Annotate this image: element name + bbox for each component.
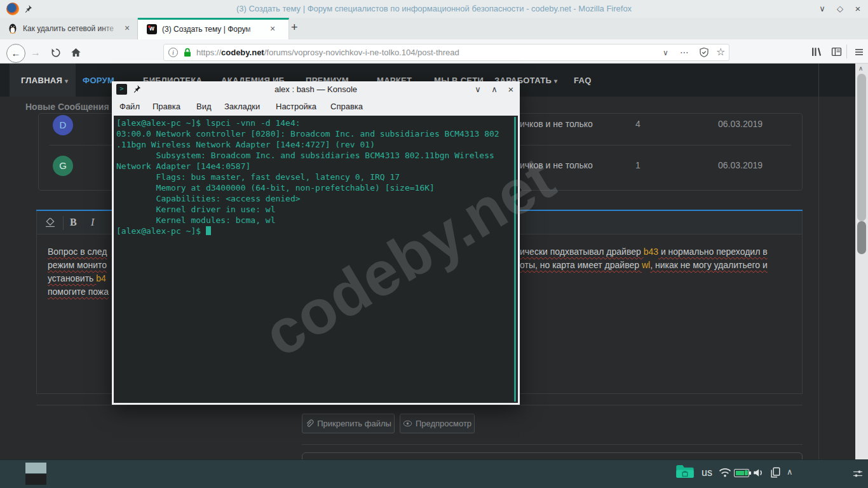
thread-title-fragment[interactable]: ичков и не только <box>520 160 593 170</box>
thread-date: 06.03.2019 <box>718 119 763 129</box>
terminal-line: Capabilities: <access denied> <box>114 193 518 204</box>
terminal-cursor <box>206 226 211 235</box>
italic-button[interactable]: I <box>91 217 94 228</box>
section-divider <box>36 405 803 405</box>
scrollbar-thumb-dark[interactable] <box>857 221 866 254</box>
url-domain: codeby.net <box>221 48 264 57</box>
terminal-line: [alex@alex-pc ~]$ lspci -vnn -d 14e4: <box>114 118 518 128</box>
pocket-shield-icon[interactable] <box>699 47 709 58</box>
tab-close-icon[interactable]: × <box>125 23 130 33</box>
window-title: (3) Создать тему | Форум специалистов по… <box>0 4 868 13</box>
terminal-output[interactable]: [alex@alex-pc ~]$ lspci -vnn -d 14e4: 03… <box>114 116 518 403</box>
avatar[interactable]: G <box>53 156 73 176</box>
post-text-line2-right: оты, но карта имеет драйвер wl, никак не… <box>520 260 768 270</box>
home-icon[interactable] <box>71 47 81 58</box>
new-tab-button[interactable]: + <box>291 21 298 34</box>
menu-bookmarks[interactable]: Закладки <box>224 102 260 111</box>
chevron-down-icon: ▾ <box>554 78 557 85</box>
attach-files-button[interactable]: Прикрепить файлы <box>302 414 395 433</box>
terminal-line: Network Adapter [14e4:0587] <box>114 161 518 172</box>
tab-create-topic[interactable]: w (3) Создать тему | Форум × <box>138 18 289 39</box>
post-text-line1-left: Вопрос в след <box>48 247 107 257</box>
close-button[interactable]: × <box>851 3 864 15</box>
section-divider <box>302 444 803 445</box>
paperclip-icon <box>305 419 314 428</box>
post-text-line3-left: установить b4 <box>48 273 106 283</box>
terminal-line: Kernel driver in use: wl <box>114 204 518 215</box>
sidebar-icon[interactable] <box>831 46 842 57</box>
konsole-titlebar[interactable]: > alex : bash — Konsole ∨ ∧ × <box>112 81 520 97</box>
toolbar-divider <box>846 44 847 58</box>
battery-icon[interactable] <box>734 469 749 477</box>
post-text-line2-left: режим монито <box>48 260 107 270</box>
bookmark-star-icon[interactable]: ☆ <box>716 46 725 58</box>
chevron-down-icon: ▾ <box>65 78 68 85</box>
penguin-favicon <box>8 24 17 34</box>
clipboard-icon[interactable] <box>770 466 781 478</box>
remove-format-icon[interactable] <box>44 218 56 227</box>
konsole-window[interactable]: > alex : bash — Konsole ∨ ∧ × Файл Правк… <box>112 81 520 405</box>
thread-title-fragment[interactable]: ичков и не только <box>520 119 593 129</box>
wifi-icon[interactable] <box>718 467 732 478</box>
scrollbar-up-arrow[interactable]: ∧ <box>858 65 863 72</box>
page-right-border <box>818 64 819 459</box>
terminal-prompt-line: [alex@alex-pc ~]$ <box>114 226 518 236</box>
terminal-line: Flags: bus master, fast devsel, latency … <box>114 172 518 182</box>
volume-icon[interactable] <box>752 467 764 478</box>
page-actions-icon[interactable]: ⋯ <box>680 47 689 57</box>
terminal-line: 03:00.0 Network controller [0280]: Broad… <box>114 128 518 139</box>
minimize-button[interactable]: ∨ <box>471 84 484 95</box>
library-icon[interactable] <box>811 46 822 57</box>
terminal-line: Subsystem: Broadcom Inc. and subsidiarie… <box>114 150 518 161</box>
bold-button[interactable]: B <box>70 217 77 228</box>
toolbar-separator <box>63 216 64 230</box>
workspace-pager-inactive[interactable] <box>25 474 46 485</box>
url-text[interactable]: https://codeby.net/forums/voprosy-novich… <box>196 48 459 57</box>
menu-view[interactable]: Вид <box>196 102 212 111</box>
terminal-line: .11bgn Wireless Network Adapter [14e4:47… <box>114 139 518 150</box>
avatar[interactable]: D <box>53 115 73 135</box>
preview-button[interactable]: Предпросмотр <box>400 414 475 433</box>
panel-settings-sliders-icon[interactable] <box>853 469 863 478</box>
tab-label-fade <box>245 24 262 36</box>
nav-forum[interactable]: ФОРУМ <box>83 76 114 85</box>
menu-help[interactable]: Справка <box>330 102 363 111</box>
terminal-scrollbar[interactable] <box>514 117 516 402</box>
firefox-titlebar[interactable]: (3) Создать тему | Форум специалистов по… <box>0 0 868 18</box>
post-text-line1-right: ически подхватывал драйвер b43 и нормаль… <box>520 247 768 257</box>
workspace-pager-active[interactable] <box>25 463 46 473</box>
reload-icon[interactable] <box>51 48 61 58</box>
close-button[interactable]: × <box>505 84 517 95</box>
eye-icon <box>403 420 412 427</box>
terminal-line: Memory at d3400000 (64-bit, non-prefetch… <box>114 182 518 193</box>
post-text-line4-left: помогите пожа <box>48 287 109 297</box>
thread-replies: 4 <box>635 119 641 129</box>
nav-faq[interactable]: FAQ <box>574 76 592 85</box>
menu-edit[interactable]: Правка <box>153 102 180 111</box>
thread-replies: 1 <box>635 160 641 170</box>
menu-settings[interactable]: Настройка <box>276 102 316 111</box>
page-info-icon[interactable]: i <box>168 48 178 57</box>
maximize-button[interactable]: ◇ <box>834 3 846 15</box>
forward-button[interactable]: → <box>31 47 41 58</box>
terminal-line: Kernel modules: bcma, wl <box>114 215 518 226</box>
hamburger-menu-icon[interactable] <box>854 47 864 57</box>
nav-glavnaya[interactable]: ГЛАВНАЯ ▾ <box>21 76 68 85</box>
tab-close-icon[interactable]: × <box>270 24 275 34</box>
tray-expand-chevron[interactable]: ∧ <box>787 467 793 477</box>
minimize-button[interactable]: ∨ <box>816 3 829 15</box>
urlbar-dropdown-icon[interactable]: ∨ <box>663 48 668 57</box>
screen: (3) Создать тему | Форум специалистов по… <box>0 0 868 488</box>
url-prefix: https:// <box>196 48 221 57</box>
taskbar: > us ∧ 09:46 <box>0 459 868 488</box>
keyboard-layout-indicator[interactable]: us <box>702 467 712 478</box>
tab-label-fade <box>102 22 121 36</box>
back-button[interactable]: ← <box>6 44 25 63</box>
new-messages-heading: Новые Сообщения <box>25 102 109 112</box>
menu-file[interactable]: Файл <box>119 102 140 111</box>
maximize-button[interactable]: ∧ <box>488 84 501 95</box>
scrollbar-thumb[interactable] <box>857 74 866 221</box>
tray-folder-icon[interactable] <box>675 463 695 480</box>
https-lock-icon[interactable] <box>183 47 192 58</box>
konsole-title: alex : bash — Konsole <box>112 85 520 94</box>
